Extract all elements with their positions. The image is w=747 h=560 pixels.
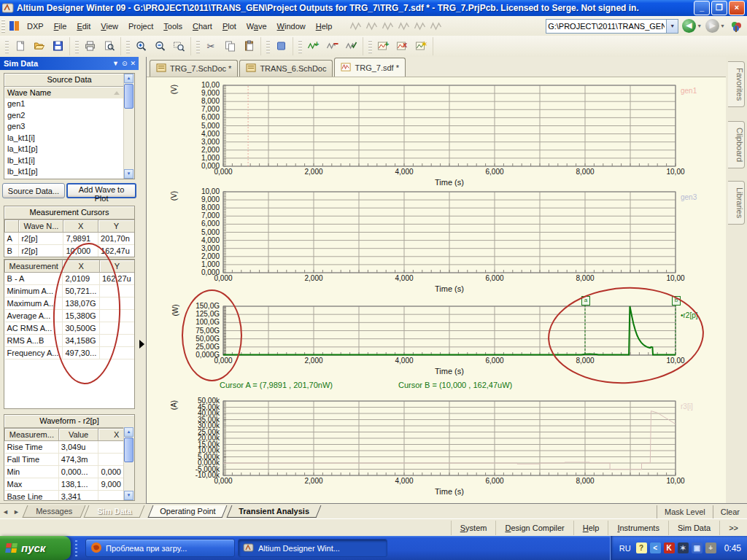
chart-new-button[interactable]: + [374, 37, 392, 55]
mask-level-button[interactable]: Mask Level [657, 505, 713, 518]
save-button[interactable] [48, 37, 67, 55]
doc-tab-trg-7-schdoc-[interactable]: TRG_7.SchDoc * [150, 60, 238, 77]
menu-dxp[interactable]: DXP [22, 19, 49, 34]
menu-tools[interactable]: Tools [158, 19, 187, 34]
panel-close-icon[interactable]: ✕ [130, 60, 136, 67]
right-tab-clipboard[interactable]: Clipboard [728, 121, 745, 168]
cut-button[interactable]: ✂ [201, 37, 220, 55]
menu-window[interactable]: Window [272, 19, 311, 34]
menu-edit[interactable]: Edit [71, 19, 96, 34]
clock[interactable]: 0:45 [724, 543, 741, 553]
scroll-down-icon[interactable]: ▼ [124, 169, 133, 179]
plot-canvas-gen3[interactable] [223, 192, 676, 273]
wave-list-scrollbar[interactable]: ▲ ▼ [123, 74, 134, 179]
scroll-thumb[interactable] [124, 84, 133, 109]
help-icon[interactable]: ? [636, 542, 647, 553]
plot-canvas-r3i[interactable] [223, 401, 676, 475]
column-header[interactable]: Y [98, 220, 135, 233]
panel-tab-messages[interactable]: Messages [22, 505, 85, 518]
menu-project[interactable]: Project [123, 19, 158, 34]
task-button-altium-icon[interactable]: Altium Designer Wint... [238, 539, 387, 557]
back-icon[interactable]: ◀ [682, 19, 696, 33]
doc-tab-trans-6-schdoc[interactable]: TRANS_6.SchDoc [239, 60, 333, 77]
forward-dropdown-icon[interactable]: ▼ [720, 23, 725, 28]
dxp-icon[interactable] [9, 20, 20, 31]
table-row[interactable]: Base Line3,341 [5, 491, 135, 502]
panel-expand-arrow-icon[interactable] [139, 340, 144, 349]
open-button[interactable] [29, 37, 48, 55]
wave-add-button[interactable]: + [303, 37, 322, 55]
wave-del-button[interactable] [322, 37, 341, 55]
chart-star-button[interactable]: ✶ [411, 37, 430, 55]
column-header[interactable]: Wave N... [19, 220, 63, 233]
status-item--[interactable]: >> [719, 521, 747, 535]
scroll-thumb[interactable] [124, 438, 133, 462]
tab-scroll-right-icon[interactable]: ► [13, 508, 20, 516]
home-icon[interactable] [729, 20, 743, 33]
forward-icon[interactable]: ▶ [705, 19, 719, 33]
status-item-sim-data[interactable]: Sim Data [668, 521, 719, 535]
preview-button[interactable] [99, 37, 118, 55]
rising-edge-icon[interactable] [379, 18, 395, 34]
panel-pin-icon[interactable]: ⊙ [122, 60, 128, 67]
quick-launch-grip[interactable] [74, 540, 80, 556]
menu-help[interactable]: Help [311, 19, 338, 34]
column-header[interactable]: Value [58, 429, 98, 441]
zoom-out-button[interactable] [150, 37, 169, 55]
table-row[interactable]: B - A2,0109162,27u [5, 273, 135, 285]
column-header[interactable]: Y [99, 260, 134, 273]
table-row[interactable]: Rise Time3,049u [5, 441, 135, 454]
menu-file[interactable]: File [49, 19, 72, 34]
legend-gen3[interactable]: gen3 [681, 193, 697, 201]
plot-canvas-r2p[interactable]: ab [223, 306, 676, 355]
wave-list-item[interactable]: lb_kt1[p] [4, 166, 124, 178]
column-header[interactable]: X [63, 260, 99, 273]
wave-list-item[interactable]: gen2 [4, 110, 124, 122]
wave-list-item[interactable]: la_kt1[p] [4, 144, 124, 155]
language-indicator[interactable]: RU [619, 544, 631, 553]
toolbar-grip[interactable] [126, 40, 130, 53]
next-valley-icon[interactable] [347, 18, 363, 34]
scroll-up-icon[interactable]: ▲ [124, 74, 133, 83]
address-input[interactable] [546, 20, 666, 32]
table-row[interactable]: Minimum A...50,721... [5, 285, 135, 298]
back-dropdown-icon[interactable]: ▼ [697, 23, 702, 28]
table-row[interactable]: Frequency A...497,30... [5, 347, 135, 359]
table-row[interactable]: Average A...15,380G [5, 310, 135, 322]
next-peak-icon[interactable] [363, 18, 379, 34]
column-header[interactable] [5, 220, 19, 233]
toolbar-grip[interactable] [5, 40, 9, 53]
table-row[interactable]: Maximum A...138,07G [5, 298, 135, 310]
wave-list-item[interactable]: gen3 [4, 121, 124, 133]
print-button[interactable] [80, 37, 99, 55]
updates-icon[interactable]: + [705, 542, 716, 553]
min-marker-icon[interactable] [411, 18, 427, 34]
toolbar-grip[interactable] [298, 40, 302, 53]
sheet-tab-operating-point[interactable]: Operating Point [148, 505, 228, 518]
menu-chart[interactable]: Chart [187, 19, 217, 34]
paste-button[interactable] [239, 37, 258, 55]
collapse-icon[interactable]: < [650, 542, 661, 553]
table-row[interactable]: Fall Time474,3m [5, 454, 135, 466]
status-item-design-compiler[interactable]: Design Compiler [495, 521, 573, 535]
wave-ok-button[interactable] [341, 37, 360, 55]
new-button[interactable] [10, 37, 29, 55]
status-item-help[interactable]: Help [573, 521, 608, 535]
address-dropdown-icon[interactable]: ▼ [666, 20, 678, 33]
table-row[interactable]: Br2[p]10,000162,47u [5, 245, 135, 257]
max-marker-icon[interactable] [427, 18, 444, 34]
waveform-scrollbar[interactable]: ▲ ▼ [123, 427, 134, 500]
fit-button[interactable] [271, 37, 290, 55]
table-row[interactable]: RMS A...B34,158G [5, 335, 135, 347]
column-header[interactable]: Measurement [5, 260, 63, 273]
panel-tab-sim-data[interactable]: Sim Data [84, 505, 145, 518]
legend-r3i[interactable]: r3[i] [681, 402, 693, 411]
wave-list-item[interactable]: lb_kt1[i] [4, 155, 124, 167]
right-tab-libraries[interactable]: Libraries [728, 181, 745, 225]
table-row[interactable]: Min0,000...0,000 s [5, 466, 135, 478]
source-data-header[interactable]: Source Data [4, 74, 134, 87]
column-header[interactable]: X [63, 220, 98, 233]
plot-canvas-gen1[interactable] [223, 85, 676, 166]
status-item-system[interactable]: System [451, 521, 496, 535]
toolbar-grip[interactable] [75, 40, 79, 53]
